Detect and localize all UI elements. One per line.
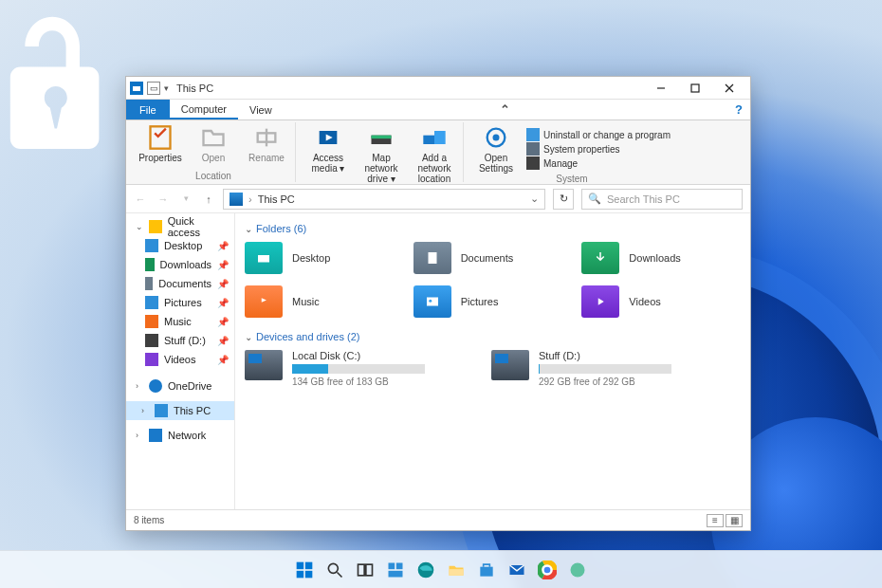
sidebar-item-onedrive[interactable]: ›OneDrive — [126, 377, 234, 395]
help-icon[interactable]: ? — [727, 102, 750, 117]
refresh-button[interactable]: ↻ — [553, 189, 574, 210]
nav-recent-dropdown[interactable]: ▾ — [179, 193, 193, 205]
taskbar — [0, 550, 882, 588]
close-button[interactable] — [712, 78, 746, 99]
edge-taskbar-icon[interactable] — [413, 558, 438, 582]
svg-rect-2 — [691, 84, 699, 92]
folder-label: Pictures — [461, 296, 499, 307]
nav-back-button[interactable]: ← — [134, 193, 147, 205]
open-label: Open — [202, 153, 225, 163]
drive-name: Local Disk (C:) — [292, 350, 453, 361]
svg-rect-30 — [366, 564, 373, 576]
drives-section-header[interactable]: ⌄ Devices and drives (2) — [245, 331, 741, 342]
folder-music[interactable]: Music — [245, 285, 404, 318]
search-placeholder: Search This PC — [607, 193, 680, 205]
sidebar-item-this-pc[interactable]: ›This PC — [126, 401, 234, 420]
nav-sidebar: ⌄Quick access Desktop📌 Downloads📌 Docume… — [126, 213, 235, 509]
chrome-taskbar-icon[interactable] — [535, 558, 560, 582]
drive-free-text: 134 GB free of 183 GB — [292, 377, 453, 387]
nav-up-button[interactable]: ↑ — [202, 193, 215, 205]
svg-rect-0 — [133, 86, 140, 91]
folder-pictures[interactable]: Pictures — [413, 285, 573, 318]
downloads-folder-icon — [581, 242, 619, 274]
titlebar[interactable]: ▭ ▾ This PC — [126, 77, 750, 100]
sidebar-item-quick-access[interactable]: ⌄Quick access — [126, 217, 234, 236]
rename-button[interactable]: Rename — [244, 124, 289, 163]
music-folder-icon — [245, 285, 283, 318]
system-menu-icon[interactable] — [130, 82, 143, 95]
breadcrumb[interactable]: This PC — [258, 193, 295, 205]
svg-rect-13 — [434, 131, 446, 144]
sidebar-item-network[interactable]: ›Network — [126, 426, 234, 445]
pin-icon: 📌 — [217, 336, 229, 346]
app-taskbar-icon[interactable] — [565, 558, 590, 582]
manage-button[interactable]: Manage — [526, 156, 671, 170]
properties-button[interactable]: Properties — [138, 124, 183, 163]
svg-marker-22 — [598, 298, 604, 305]
address-history-dropdown[interactable]: ⌄ — [530, 193, 539, 205]
search-input[interactable]: 🔍 Search This PC — [581, 189, 743, 210]
folder-desktop[interactable]: Desktop — [245, 242, 404, 274]
sidebar-item-desktop[interactable]: Desktop📌 — [126, 236, 234, 255]
qat-dropdown-icon[interactable]: ▾ — [164, 83, 169, 93]
nav-forward-button[interactable]: → — [156, 193, 170, 205]
svg-rect-5 — [151, 126, 171, 148]
address-bar[interactable]: › This PC ⌄ — [223, 189, 545, 210]
minimize-button[interactable] — [644, 78, 678, 99]
drive-name: Stuff (D:) — [539, 350, 700, 361]
tab-view[interactable]: View — [238, 100, 284, 119]
map-drive-button[interactable]: Map network drive ▾ — [358, 124, 404, 184]
folder-downloads[interactable]: Downloads — [581, 242, 741, 274]
network-icon — [149, 429, 162, 442]
folders-section-header[interactable]: ⌄ Folders (6) — [245, 223, 741, 234]
system-properties-button[interactable]: System properties — [526, 142, 671, 156]
task-view-button[interactable] — [353, 558, 377, 582]
videos-icon — [145, 353, 158, 366]
add-location-icon — [421, 124, 448, 151]
tab-file[interactable]: File — [126, 100, 170, 119]
add-location-button[interactable]: Add a network location — [412, 124, 457, 184]
content-pane[interactable]: ⌄ Folders (6) DesktopDocumentsDownloadsM… — [235, 213, 750, 509]
svg-point-27 — [328, 563, 338, 573]
svg-rect-25 — [297, 570, 304, 578]
start-button[interactable] — [292, 558, 317, 582]
sidebar-item-downloads[interactable]: Downloads📌 — [126, 255, 234, 274]
access-media-button[interactable]: Access media ▾ — [305, 124, 351, 174]
mail-taskbar-icon[interactable] — [505, 558, 529, 582]
sidebar-item-videos[interactable]: Videos📌 — [126, 350, 234, 369]
sidebar-item-documents[interactable]: Documents📌 — [126, 274, 234, 293]
drive-local-disk-c-[interactable]: Local Disk (C:) 134 GB free of 183 GB — [245, 350, 453, 387]
sidebar-item-music[interactable]: Music📌 — [126, 312, 234, 331]
svg-rect-35 — [450, 569, 464, 576]
media-icon — [315, 124, 341, 151]
open-button[interactable]: Open — [191, 124, 236, 163]
store-taskbar-icon[interactable] — [474, 558, 499, 582]
qat-properties-icon[interactable]: ▭ — [147, 82, 160, 95]
sidebar-item-pictures[interactable]: Pictures📌 — [126, 293, 234, 312]
ribbon-collapse-icon[interactable]: ⌃ — [492, 102, 518, 117]
open-settings-button[interactable]: Open Settings — [473, 124, 519, 174]
widgets-button[interactable] — [383, 558, 408, 582]
folder-videos[interactable]: Videos — [581, 285, 741, 318]
add-location-label: Add a network location — [412, 153, 457, 184]
view-icons-button[interactable]: ▦ — [726, 514, 743, 527]
svg-rect-24 — [305, 561, 313, 569]
uninstall-program-button[interactable]: Uninstall or change a program — [526, 128, 671, 141]
search-taskbar-button[interactable] — [322, 558, 347, 582]
folder-documents[interactable]: Documents — [413, 242, 573, 274]
drive-stuff-d-[interactable]: Stuff (D:) 292 GB free of 292 GB — [491, 350, 700, 387]
sidebar-label: Documents — [158, 278, 211, 289]
view-details-button[interactable]: ≡ — [707, 514, 724, 527]
svg-rect-11 — [372, 136, 392, 139]
ribbon: Properties Open Rename Location Access m… — [126, 120, 750, 185]
sidebar-item-stuff[interactable]: Stuff (D:)📌 — [126, 331, 234, 350]
settings-icon — [483, 124, 509, 151]
tab-computer[interactable]: Computer — [170, 100, 238, 119]
sidebar-label: Stuff (D:) — [164, 335, 206, 346]
unlock-badge-icon — [0, 0, 114, 161]
explorer-taskbar-icon[interactable] — [444, 558, 469, 582]
folder-label: Downloads — [629, 252, 680, 264]
svg-point-15 — [493, 135, 500, 141]
maximize-button[interactable] — [678, 78, 712, 99]
uninstall-label: Uninstall or change a program — [543, 130, 671, 140]
